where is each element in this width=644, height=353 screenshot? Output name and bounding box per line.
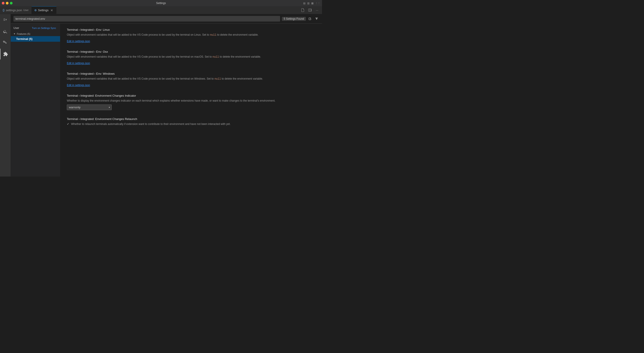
linux-env-edit-link[interactable]: Edit in settings.json xyxy=(67,40,90,43)
osx-null-code: null xyxy=(212,56,219,58)
linux-env-title-text: Terminal › Integrated › Env: Linux xyxy=(67,28,110,32)
setting-env-changes-relaunch: Terminal › Integrated: Environment Chang… xyxy=(67,117,315,126)
setting-windows-env-description: Object with environment variables that w… xyxy=(67,77,315,81)
sidebar-item-explorer[interactable] xyxy=(0,15,11,26)
open-settings-icon xyxy=(301,8,304,12)
setting-linux-env-title: Terminal › Integrated › Env: Linux xyxy=(67,28,315,32)
windows-null-code: null xyxy=(214,77,221,80)
sidebar-item-search[interactable] xyxy=(0,26,11,37)
setting-osx-env-title: Terminal › Integrated › Env: Osx xyxy=(67,50,315,54)
env-changes-indicator-select[interactable]: off on warnonly xyxy=(67,104,112,110)
explorer-icon xyxy=(3,18,8,23)
env-changes-relaunch-title-text: Terminal › Integrated: Environment Chang… xyxy=(67,117,137,121)
tab-settings-json-label: settings.json xyxy=(6,8,22,12)
env-changes-relaunch-checkbox-row: ✓ Whether to relaunch terminals automati… xyxy=(67,122,315,126)
setting-windows-env: Terminal › Integrated › Env: Windows Obj… xyxy=(67,72,315,87)
env-changes-indicator-title-text: Terminal › Integrated: Environment Chang… xyxy=(67,94,136,97)
tabbar-actions: ··· xyxy=(300,6,322,14)
env-changes-relaunch-checkbox-label: Whether to relaunch terminals automatica… xyxy=(71,122,230,126)
linux-null-code: null xyxy=(210,34,216,36)
osx-env-edit-link[interactable]: Edit in settings.json xyxy=(67,62,90,65)
search-input[interactable] xyxy=(14,16,280,22)
filter-button[interactable] xyxy=(314,16,319,22)
setting-env-changes-indicator-title: Terminal › Integrated: Environment Chang… xyxy=(67,94,315,97)
sync-button[interactable]: Turn on Settings Sync xyxy=(30,26,58,30)
tab-settings-json-sublabel: User xyxy=(23,9,28,12)
settings-sidebar: User Turn on Settings Sync ▼ Features (5… xyxy=(11,24,60,176)
extensions-icon xyxy=(3,52,8,56)
settings-section-features-header[interactable]: ▼ Features (5) xyxy=(11,32,60,36)
checkmark-icon: ✓ xyxy=(67,122,69,126)
setting-env-changes-relaunch-title: Terminal › Integrated: Environment Chang… xyxy=(67,117,315,121)
settings-item-terminal[interactable]: Terminal (5) xyxy=(11,36,60,42)
main-layout: 5 Settings Found Use xyxy=(0,14,322,176)
layout-icon-2[interactable]: ▥ xyxy=(307,2,310,5)
open-settings-json-button[interactable] xyxy=(300,7,306,13)
minimize-button[interactable] xyxy=(6,2,8,4)
layout-icon-1[interactable]: ▤ xyxy=(303,2,306,5)
titlebar: Settings ▤ ▥ ▦ ⋮⋮ xyxy=(0,0,322,6)
traffic-lights xyxy=(2,2,12,4)
setting-windows-env-title: Terminal › Integrated › Env: Windows xyxy=(67,72,315,75)
setting-linux-env: Terminal › Integrated › Env: Linux Objec… xyxy=(67,28,315,43)
settings-layout: User Turn on Settings Sync ▼ Features (5… xyxy=(11,24,322,176)
user-label: User xyxy=(14,26,19,30)
clear-icon xyxy=(308,17,312,20)
sidebar-item-extensions[interactable] xyxy=(0,49,11,60)
windows-env-edit-link[interactable]: Edit in settings.json xyxy=(67,84,90,87)
search-actions: 5 Settings Found xyxy=(282,16,319,22)
features-label: Features (5) xyxy=(17,32,30,35)
search-icon-activity xyxy=(3,29,8,34)
window-title: Settings xyxy=(156,2,166,5)
select-control-wrapper: off on warnonly ▾ xyxy=(67,104,112,110)
tab-settings-json[interactable]: {} settings.json User xyxy=(0,6,32,14)
activity-bar xyxy=(0,14,11,176)
titlebar-actions: ▤ ▥ ▦ ⋮⋮ xyxy=(303,2,320,5)
tab-settings[interactable]: ⚙ Settings ✕ xyxy=(32,6,56,14)
settings-gear-icon: ⚙ xyxy=(34,9,37,12)
settings-search-bar: 5 Settings Found xyxy=(11,14,322,24)
layout-icon-3[interactable]: ▦ xyxy=(311,2,314,5)
setting-env-changes-indicator: Terminal › Integrated: Environment Chang… xyxy=(67,94,315,110)
split-editor-icon xyxy=(308,8,312,12)
source-control-icon xyxy=(3,40,8,45)
tab-settings-close[interactable]: ✕ xyxy=(50,8,54,12)
terminal-label: Terminal (5) xyxy=(16,37,32,40)
expand-icon: ▼ xyxy=(14,33,16,35)
clear-search-button[interactable] xyxy=(307,16,312,22)
settings-found-badge: 5 Settings Found xyxy=(282,17,306,21)
setting-env-changes-indicator-description: Whether to display the environment chang… xyxy=(67,99,315,103)
windows-env-title-text: Terminal › Integrated › Env: Windows xyxy=(67,72,114,75)
split-editor-button[interactable] xyxy=(307,7,313,13)
ellipsis-icon: ··· xyxy=(316,8,318,12)
osx-env-title-text: Terminal › Integrated › Env: Osx xyxy=(67,50,108,54)
tabbar: {} settings.json User ⚙ Settings ✕ ··· xyxy=(0,6,322,14)
settings-section-features: ▼ Features (5) Terminal (5) xyxy=(11,32,60,42)
maximize-button[interactable] xyxy=(10,2,12,4)
tab-settings-label: Settings xyxy=(38,8,49,12)
settings-sidebar-header: User Turn on Settings Sync xyxy=(11,25,60,31)
main-content: 5 Settings Found Use xyxy=(11,14,322,176)
sidebar-item-scm[interactable] xyxy=(0,38,11,48)
setting-osx-env: Terminal › Integrated › Env: Osx Object … xyxy=(67,50,315,65)
filter-icon xyxy=(315,17,318,20)
setting-osx-env-description: Object with environment variables that w… xyxy=(67,55,315,59)
setting-linux-env-description: Object with environment variables that w… xyxy=(67,33,315,37)
close-button[interactable] xyxy=(2,2,4,4)
settings-content: Terminal › Integrated › Env: Linux Objec… xyxy=(60,24,322,176)
settings-json-icon: {} xyxy=(3,8,4,12)
env-changes-indicator-select-wrapper: off on warnonly ▾ xyxy=(67,104,315,110)
layout-icon-4[interactable]: ⋮⋮ xyxy=(315,2,320,5)
more-actions-button[interactable]: ··· xyxy=(314,7,320,13)
